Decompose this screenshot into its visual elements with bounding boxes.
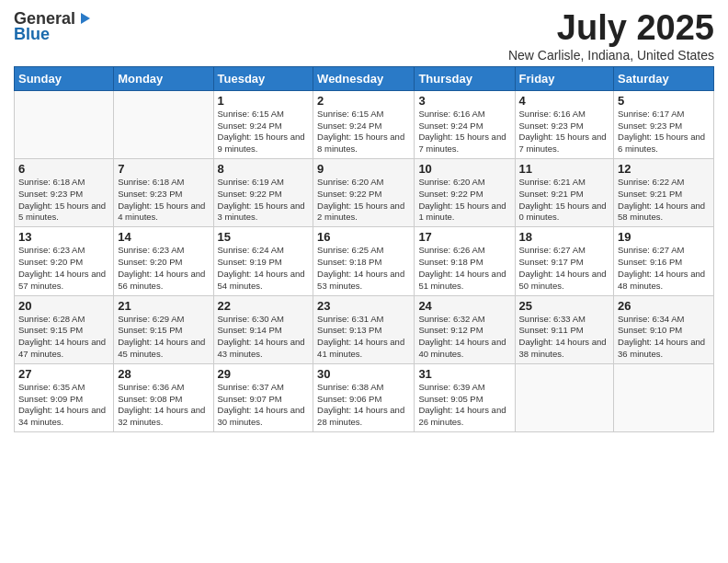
calendar-cell [614,363,714,431]
calendar-cell: 5 Sunrise: 6:17 AMSunset: 9:23 PMDayligh… [614,90,714,158]
day-info: Sunrise: 6:35 AMSunset: 9:09 PMDaylight:… [18,382,109,429]
day-number: 8 [218,162,310,176]
day-number: 18 [519,230,610,244]
day-info: Sunrise: 6:20 AMSunset: 9:22 PMDaylight:… [418,177,510,224]
day-number: 23 [317,299,410,313]
calendar-cell: 28 Sunrise: 6:36 AMSunset: 9:08 PMDaylig… [114,363,213,431]
day-number: 27 [18,367,109,381]
day-info: Sunrise: 6:32 AMSunset: 9:12 PMDaylight:… [418,314,510,361]
day-number: 20 [18,299,109,313]
calendar-week-1: 6 Sunrise: 6:18 AMSunset: 9:23 PMDayligh… [15,159,714,227]
day-number: 10 [418,162,510,176]
day-info: Sunrise: 6:33 AMSunset: 9:11 PMDaylight:… [519,314,610,361]
calendar-cell: 8 Sunrise: 6:19 AMSunset: 9:22 PMDayligh… [213,159,313,227]
day-number: 17 [418,230,510,244]
calendar-cell [515,363,614,431]
calendar-week-3: 20 Sunrise: 6:28 AMSunset: 9:15 PMDaylig… [15,295,714,363]
day-number: 5 [618,94,710,108]
day-number: 21 [118,299,209,313]
day-info: Sunrise: 6:30 AMSunset: 9:14 PMDaylight:… [218,314,310,361]
day-info: Sunrise: 6:22 AMSunset: 9:21 PMDaylight:… [618,177,710,224]
day-number: 22 [218,299,310,313]
calendar-table: Sunday Monday Tuesday Wednesday Thursday… [14,66,714,432]
calendar-cell: 16 Sunrise: 6:25 AMSunset: 9:18 PMDaylig… [313,227,415,295]
day-number: 26 [618,299,710,313]
calendar-cell: 11 Sunrise: 6:21 AMSunset: 9:21 PMDaylig… [515,159,614,227]
calendar-cell: 22 Sunrise: 6:30 AMSunset: 9:14 PMDaylig… [213,295,313,363]
calendar-cell: 25 Sunrise: 6:33 AMSunset: 9:11 PMDaylig… [515,295,614,363]
col-wednesday: Wednesday [313,66,415,90]
day-number: 19 [618,230,710,244]
day-info: Sunrise: 6:19 AMSunset: 9:22 PMDaylight:… [218,177,310,224]
calendar-cell: 23 Sunrise: 6:31 AMSunset: 9:13 PMDaylig… [313,295,415,363]
day-number: 15 [218,230,310,244]
calendar-week-0: 1 Sunrise: 6:15 AMSunset: 9:24 PMDayligh… [15,90,714,158]
calendar-cell: 24 Sunrise: 6:32 AMSunset: 9:12 PMDaylig… [415,295,515,363]
calendar-cell: 31 Sunrise: 6:39 AMSunset: 9:05 PMDaylig… [415,363,515,431]
svg-marker-0 [81,13,90,24]
header: General Blue July 2025 New Carlisle, Ind… [14,9,714,63]
day-info: Sunrise: 6:20 AMSunset: 9:22 PMDaylight:… [317,177,410,224]
day-number: 6 [18,162,109,176]
day-number: 12 [618,162,710,176]
day-info: Sunrise: 6:39 AMSunset: 9:05 PMDaylight:… [418,382,510,429]
day-info: Sunrise: 6:31 AMSunset: 9:13 PMDaylight:… [317,314,410,361]
day-number: 29 [218,367,310,381]
calendar-cell: 3 Sunrise: 6:16 AMSunset: 9:24 PMDayligh… [415,90,515,158]
logo-blue: Blue [14,25,50,44]
day-number: 9 [317,162,410,176]
calendar-cell: 20 Sunrise: 6:28 AMSunset: 9:15 PMDaylig… [15,295,114,363]
calendar-cell [114,90,213,158]
calendar-cell: 6 Sunrise: 6:18 AMSunset: 9:23 PMDayligh… [15,159,114,227]
day-info: Sunrise: 6:34 AMSunset: 9:10 PMDaylight:… [618,314,710,361]
day-info: Sunrise: 6:18 AMSunset: 9:23 PMDaylight:… [18,177,109,224]
day-info: Sunrise: 6:23 AMSunset: 9:20 PMDaylight:… [118,245,209,292]
calendar-cell: 2 Sunrise: 6:15 AMSunset: 9:24 PMDayligh… [313,90,415,158]
day-number: 1 [218,94,310,108]
day-info: Sunrise: 6:25 AMSunset: 9:18 PMDaylight:… [317,245,410,292]
month-title: July 2025 [508,9,714,48]
location-title: New Carlisle, Indiana, United States [508,48,714,63]
day-number: 2 [317,94,410,108]
day-info: Sunrise: 6:16 AMSunset: 9:24 PMDaylight:… [418,109,510,155]
calendar-cell: 14 Sunrise: 6:23 AMSunset: 9:20 PMDaylig… [114,227,213,295]
calendar-cell: 13 Sunrise: 6:23 AMSunset: 9:20 PMDaylig… [15,227,114,295]
calendar-cell: 7 Sunrise: 6:18 AMSunset: 9:23 PMDayligh… [114,159,213,227]
title-block: July 2025 New Carlisle, Indiana, United … [508,9,714,63]
col-saturday: Saturday [614,66,714,90]
calendar-cell: 21 Sunrise: 6:29 AMSunset: 9:15 PMDaylig… [114,295,213,363]
day-info: Sunrise: 6:38 AMSunset: 9:06 PMDaylight:… [317,382,410,429]
calendar-cell: 10 Sunrise: 6:20 AMSunset: 9:22 PMDaylig… [415,159,515,227]
calendar-cell: 1 Sunrise: 6:15 AMSunset: 9:24 PMDayligh… [213,90,313,158]
day-info: Sunrise: 6:17 AMSunset: 9:23 PMDaylight:… [618,109,710,155]
calendar-cell: 30 Sunrise: 6:38 AMSunset: 9:06 PMDaylig… [313,363,415,431]
calendar-cell: 18 Sunrise: 6:27 AMSunset: 9:17 PMDaylig… [515,227,614,295]
day-info: Sunrise: 6:37 AMSunset: 9:07 PMDaylight:… [218,382,310,429]
calendar-cell: 26 Sunrise: 6:34 AMSunset: 9:10 PMDaylig… [614,295,714,363]
calendar-cell: 17 Sunrise: 6:26 AMSunset: 9:18 PMDaylig… [415,227,515,295]
calendar-cell: 15 Sunrise: 6:24 AMSunset: 9:19 PMDaylig… [213,227,313,295]
col-tuesday: Tuesday [213,66,313,90]
day-number: 25 [519,299,610,313]
day-info: Sunrise: 6:24 AMSunset: 9:19 PMDaylight:… [218,245,310,292]
day-number: 4 [519,94,610,108]
calendar-cell: 29 Sunrise: 6:37 AMSunset: 9:07 PMDaylig… [213,363,313,431]
page-container: General Blue July 2025 New Carlisle, Ind… [0,0,728,442]
day-info: Sunrise: 6:18 AMSunset: 9:23 PMDaylight:… [118,177,209,224]
day-number: 7 [118,162,209,176]
day-info: Sunrise: 6:23 AMSunset: 9:20 PMDaylight:… [18,245,109,292]
calendar-cell [15,90,114,158]
calendar-cell: 27 Sunrise: 6:35 AMSunset: 9:09 PMDaylig… [15,363,114,431]
logo: General Blue [14,9,94,44]
calendar-week-4: 27 Sunrise: 6:35 AMSunset: 9:09 PMDaylig… [15,363,714,431]
col-thursday: Thursday [415,66,515,90]
day-info: Sunrise: 6:15 AMSunset: 9:24 PMDaylight:… [317,109,410,155]
calendar-cell: 9 Sunrise: 6:20 AMSunset: 9:22 PMDayligh… [313,159,415,227]
day-info: Sunrise: 6:16 AMSunset: 9:23 PMDaylight:… [519,109,610,155]
day-info: Sunrise: 6:36 AMSunset: 9:08 PMDaylight:… [118,382,209,429]
day-number: 30 [317,367,410,381]
day-info: Sunrise: 6:15 AMSunset: 9:24 PMDaylight:… [218,109,310,155]
day-info: Sunrise: 6:27 AMSunset: 9:17 PMDaylight:… [519,245,610,292]
day-info: Sunrise: 6:28 AMSunset: 9:15 PMDaylight:… [18,314,109,361]
day-number: 31 [418,367,510,381]
